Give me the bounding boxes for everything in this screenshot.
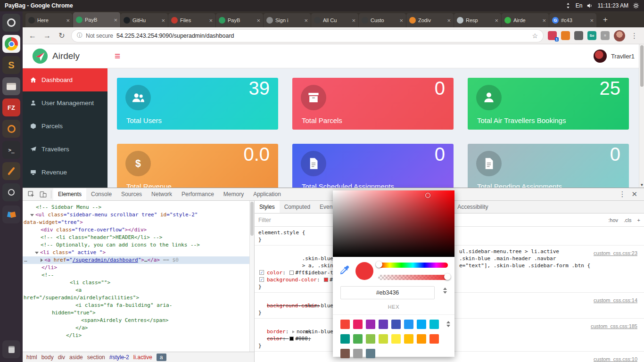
selector-fragment[interactable]: .skin-blue .main-header .navbar xyxy=(459,255,556,262)
security-label[interactable]: Not secure xyxy=(86,33,113,39)
palette-swatch[interactable] xyxy=(366,349,375,358)
breadcrumb-html[interactable]: html xyxy=(26,354,37,361)
devtools-tab-performance[interactable]: Performance xyxy=(177,188,219,200)
breadcrumb-section[interactable]: section xyxy=(87,354,105,361)
forward-button[interactable]: → xyxy=(42,32,52,40)
elements-code-line[interactable]: <!-- Optionally, you can add icons to th… xyxy=(23,241,254,249)
breadcrumb-style-2[interactable]: #style-2 xyxy=(109,354,129,361)
text-editor-icon[interactable] xyxy=(2,162,20,180)
breadcrumb-body[interactable]: body xyxy=(41,354,54,361)
breadcrumb-aside[interactable]: aside xyxy=(69,354,83,361)
elements-code-line[interactable]: <i class="fa fa-building" aria- xyxy=(23,302,254,309)
ext-notes-icon[interactable]: ≡ xyxy=(601,31,610,40)
palette-swatch[interactable] xyxy=(340,334,350,344)
volume-icon[interactable] xyxy=(586,2,593,9)
tab-close-icon[interactable]: × xyxy=(590,17,594,24)
styles-tab-computed[interactable]: Computed xyxy=(280,201,315,213)
devtools-tab-memory[interactable]: Memory xyxy=(219,188,248,200)
tab-close-icon[interactable]: × xyxy=(542,17,546,24)
twisty-icon[interactable] xyxy=(41,258,43,262)
elements-code-line[interactable]: <!-- Sidebar Menu --> xyxy=(23,204,254,211)
hex-input[interactable] xyxy=(340,286,435,299)
keyboard-indicator-icon[interactable] xyxy=(565,2,571,9)
browser-tab[interactable]: Resp× xyxy=(454,13,501,27)
palette-swatch[interactable] xyxy=(353,334,363,344)
browser-tab[interactable]: Airde× xyxy=(502,13,549,27)
brand[interactable]: Airdely xyxy=(32,48,80,64)
hue-slider-handle[interactable] xyxy=(376,261,382,268)
devtools-tab-network[interactable]: Network xyxy=(147,188,177,200)
devtools-tab-sources[interactable]: Sources xyxy=(116,188,147,200)
color-swatch[interactable] xyxy=(324,278,328,282)
eyedropper-icon[interactable] xyxy=(339,264,350,276)
trash-icon[interactable] xyxy=(2,340,20,358)
profile-avatar[interactable] xyxy=(614,30,625,41)
styles-tab-accessibility[interactable]: Accessibility xyxy=(453,201,493,213)
elements-selected-node[interactable]: …<a href="/superadmin/dashboard">…</a> =… xyxy=(23,256,254,264)
palette-swatch[interactable] xyxy=(429,334,439,344)
browser-tab[interactable]: G#c43× xyxy=(549,13,596,27)
toggle-class-button[interactable]: .cls xyxy=(624,217,632,223)
browser-tab[interactable]: Files× xyxy=(168,13,215,27)
sidebar-item-revenue[interactable]: Revenue xyxy=(23,161,107,184)
toggle-hover-button[interactable]: :hov xyxy=(608,217,618,223)
terminal-icon[interactable]: >_ xyxy=(2,141,20,159)
palette-swatch[interactable] xyxy=(340,320,350,329)
devtools-menu-icon[interactable]: ⋮ xyxy=(619,190,626,198)
browser-tab[interactable]: Here× xyxy=(25,13,73,27)
browser-menu-icon[interactable]: ⋮ xyxy=(629,32,639,40)
browser-tab[interactable]: PayB× xyxy=(216,13,263,27)
scrollbar-thumb[interactable] xyxy=(640,45,644,87)
tab-close-icon[interactable]: × xyxy=(495,17,498,24)
color-swatch[interactable] xyxy=(289,337,294,341)
palette-swatch[interactable] xyxy=(379,334,388,344)
hex-format-spinner[interactable] xyxy=(443,288,447,294)
elements-code-line[interactable]: <li class=""> xyxy=(23,279,254,287)
breadcrumb-a[interactable]: a xyxy=(157,354,166,361)
alpha-slider-handle[interactable] xyxy=(444,273,451,280)
current-color-swatch[interactable] xyxy=(355,262,373,280)
sidebar-toggle-icon[interactable]: ≡ xyxy=(115,50,120,62)
session-gear-icon[interactable] xyxy=(633,2,639,9)
elements-code-line[interactable]: href="/superadmin/airdelyfacilities"> xyxy=(23,294,254,302)
sidebar-item-user-management[interactable]: User Management xyxy=(23,91,107,115)
scrollbar-down-icon[interactable]: ▼ xyxy=(639,183,644,187)
browser-tab[interactable]: Sign i× xyxy=(264,13,311,27)
elements-code-line[interactable]: <li class=" active "> xyxy=(23,249,254,256)
devtools-close-icon[interactable]: ✕ xyxy=(631,190,637,198)
new-style-rule-button[interactable]: + xyxy=(637,217,640,223)
tab-close-icon[interactable]: × xyxy=(399,17,403,24)
elements-code-line[interactable]: <div class="force-overflow"></div> xyxy=(23,226,254,234)
palette-swatch[interactable] xyxy=(353,320,363,329)
tab-close-icon[interactable]: × xyxy=(66,17,70,24)
browser-tab[interactable]: Zodiv× xyxy=(406,13,454,27)
ext-screenshot-icon[interactable]: 1 xyxy=(548,31,557,40)
expand-shorthand-icon[interactable] xyxy=(292,330,295,333)
sidebar-item-parcels[interactable]: Parcels xyxy=(23,115,107,138)
declaration-checkbox[interactable]: ✓ xyxy=(259,277,264,282)
sidebar-item-dashboard[interactable]: Dashboard xyxy=(23,68,107,91)
palette-swatch[interactable] xyxy=(417,320,426,329)
page-info-icon[interactable]: ⓘ xyxy=(77,32,83,40)
selector-fragment[interactable]: ul.sidebar-menu.tree > li.active xyxy=(459,248,559,255)
palette-swatch[interactable] xyxy=(404,334,413,344)
clock[interactable]: 11:11:23 AM xyxy=(597,2,628,9)
keyboard-layout[interactable]: En xyxy=(576,2,583,9)
screenshot-tool-icon[interactable] xyxy=(2,183,20,201)
tab-close-icon[interactable]: × xyxy=(209,17,213,24)
palette-swatch[interactable] xyxy=(391,320,401,329)
tab-close-icon[interactable]: × xyxy=(161,17,165,24)
styles-tab-styles[interactable]: Styles xyxy=(255,201,280,213)
elements-code-line[interactable]: <a xyxy=(23,287,254,294)
ubuntu-software-icon[interactable] xyxy=(2,120,20,138)
elements-code-line[interactable]: <!-- xyxy=(23,272,254,279)
search-lens-icon[interactable] xyxy=(2,14,20,32)
elements-code-line[interactable]: </li> xyxy=(23,332,254,339)
color-swatch[interactable] xyxy=(289,271,294,275)
elements-code-line[interactable]: <!-- <li class="header">HEADER</li> --> xyxy=(23,234,254,241)
declaration-checkbox[interactable]: ✓ xyxy=(259,270,264,275)
file-manager-icon[interactable] xyxy=(2,77,20,95)
back-button[interactable]: ← xyxy=(27,32,38,40)
palette-swatch[interactable] xyxy=(366,320,375,329)
palette-spinner[interactable] xyxy=(446,321,450,327)
